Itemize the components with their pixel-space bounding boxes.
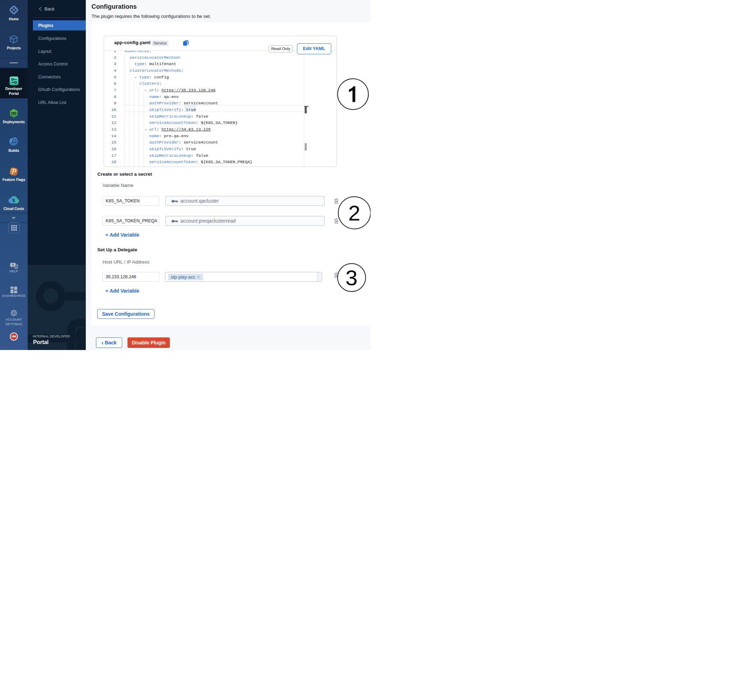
svg-text:?: ? xyxy=(12,263,14,267)
svg-text:$: $ xyxy=(12,198,15,203)
